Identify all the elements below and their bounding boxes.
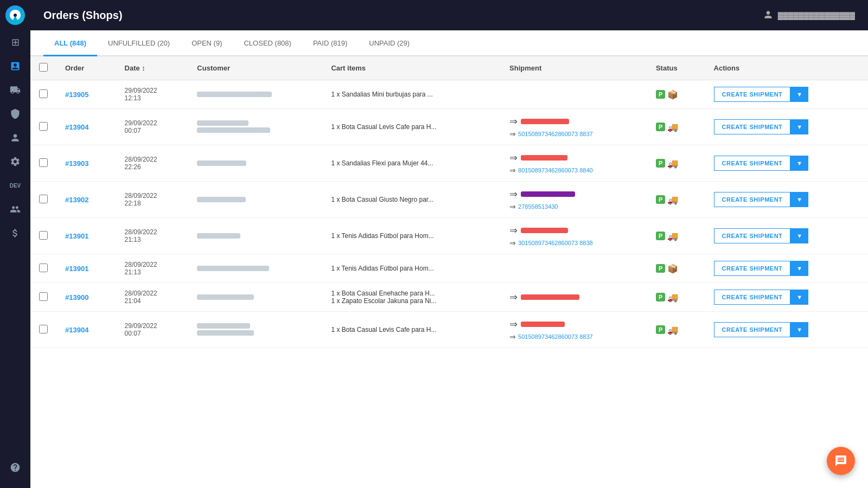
actions-cell: CREATE SHIPMENT ▼ bbox=[714, 261, 859, 276]
create-shipment-button[interactable]: CREATE SHIPMENT bbox=[714, 322, 791, 337]
shipment-cell: ⇒ ⇒ 801508973462860073 8840 bbox=[509, 152, 639, 175]
orders-icon[interactable] bbox=[0, 54, 30, 78]
svg-point-0 bbox=[14, 14, 17, 17]
actions-cell: CREATE SHIPMENT ▼ bbox=[714, 290, 859, 305]
status-icon2: 🚚 bbox=[667, 231, 678, 241]
create-shipment-button[interactable]: CREATE SHIPMENT bbox=[714, 87, 791, 102]
cart-item-text: 1 x Bota Casual Enehache para H... bbox=[331, 290, 492, 297]
table-header: Order Date ↕ Customer Cart items Shipmen… bbox=[30, 56, 868, 80]
tab-unpaid[interactable]: UNPAID (29) bbox=[358, 30, 420, 56]
date-cell: 28/09/202221:04 bbox=[125, 290, 180, 305]
shipment-number: 278558513430 bbox=[518, 203, 558, 210]
tab-all[interactable]: ALL (848) bbox=[43, 30, 97, 56]
create-shipment-dropdown[interactable]: ▼ bbox=[790, 322, 808, 337]
order-link[interactable]: #13902 bbox=[65, 196, 88, 204]
create-shipment-button[interactable]: CREATE SHIPMENT bbox=[714, 119, 791, 134]
cart-item-text: 1 x Sandalias Flexi para Mujer 44... bbox=[331, 159, 492, 167]
status-paid-badge: P bbox=[656, 195, 665, 204]
row-checkbox[interactable] bbox=[39, 231, 48, 240]
page-title: Orders (Shops) bbox=[43, 9, 123, 22]
main-area: Orders (Shops) ▓▓▓▓▓▓▓▓▓▓▓▓▓▓▓ ALL (848)… bbox=[30, 0, 868, 488]
select-all-checkbox[interactable] bbox=[39, 63, 48, 72]
status-paid-badge: P bbox=[656, 293, 665, 301]
chat-button[interactable] bbox=[827, 447, 855, 475]
create-shipment-dropdown[interactable]: ▼ bbox=[790, 156, 808, 171]
order-link[interactable]: #13905 bbox=[65, 91, 88, 99]
row-checkbox[interactable] bbox=[39, 325, 48, 333]
create-shipment-dropdown[interactable]: ▼ bbox=[790, 87, 808, 102]
tab-closed[interactable]: CLOSED (808) bbox=[233, 30, 302, 56]
row-checkbox[interactable] bbox=[39, 195, 48, 203]
cart-item-text: 1 x Zapato Escolar Jakuna para Ni... bbox=[331, 297, 492, 305]
table-row: #1390128/09/202221:131 x Tenis Adidas Fú… bbox=[30, 254, 868, 283]
date-cell: 29/09/202212:13 bbox=[125, 87, 180, 102]
customer-blurred bbox=[197, 266, 269, 271]
col-status: Status bbox=[647, 56, 705, 80]
shipment-cell: ⇒ ⇒ 501508973462860073 8837 bbox=[509, 115, 639, 138]
table-row: #1390328/09/202222:261 x Sandalias Flexi… bbox=[30, 145, 868, 182]
customer-blurred bbox=[197, 92, 272, 97]
sidebar: ⊞ DEV bbox=[0, 0, 30, 488]
order-link[interactable]: #13903 bbox=[65, 159, 88, 168]
billing-icon[interactable] bbox=[0, 221, 30, 245]
shipping-icon[interactable] bbox=[0, 78, 30, 102]
tab-unfulfilled[interactable]: UNFULFILLED (20) bbox=[97, 30, 181, 56]
actions-cell: CREATE SHIPMENT ▼ bbox=[714, 192, 859, 207]
create-shipment-button[interactable]: CREATE SHIPMENT bbox=[714, 156, 791, 171]
order-link[interactable]: #13900 bbox=[65, 293, 88, 301]
dev-icon[interactable]: DEV bbox=[0, 174, 30, 197]
contacts-icon[interactable] bbox=[0, 126, 30, 150]
status-cell: P 📦 bbox=[656, 264, 697, 274]
tab-paid[interactable]: PAID (819) bbox=[302, 30, 358, 56]
status-cell: P 🚚 bbox=[656, 158, 697, 169]
status-icon2: 🚚 bbox=[667, 122, 678, 132]
create-shipment-dropdown[interactable]: ▼ bbox=[790, 192, 808, 207]
logo[interactable] bbox=[0, 0, 30, 30]
topbar: Orders (Shops) ▓▓▓▓▓▓▓▓▓▓▓▓▓▓▓ bbox=[30, 0, 868, 30]
cart-item-text: 1 x Sandalias Mini burbujas para ... bbox=[331, 91, 492, 98]
customer-blurred bbox=[197, 127, 270, 133]
status-icon2: 🚚 bbox=[667, 158, 678, 169]
row-checkbox[interactable] bbox=[39, 122, 48, 131]
tab-open[interactable]: OPEN (9) bbox=[181, 30, 233, 56]
table-row: #1390429/09/202200:071 x Bota Casual Lev… bbox=[30, 109, 868, 145]
create-shipment-dropdown[interactable]: ▼ bbox=[790, 290, 808, 305]
order-link[interactable]: #13904 bbox=[65, 123, 88, 131]
cart-item-text: 1 x Bota Casual Levis Cafe para H... bbox=[331, 326, 492, 333]
date-cell: 28/09/202221:13 bbox=[125, 261, 180, 276]
order-link[interactable]: #13904 bbox=[65, 326, 88, 334]
security-icon[interactable] bbox=[0, 102, 30, 126]
status-paid-badge: P bbox=[656, 90, 665, 99]
order-link[interactable]: #13901 bbox=[65, 265, 88, 273]
actions-cell: CREATE SHIPMENT ▼ bbox=[714, 156, 859, 171]
dashboard-icon[interactable]: ⊞ bbox=[0, 30, 30, 54]
row-checkbox[interactable] bbox=[39, 89, 48, 98]
create-shipment-button[interactable]: CREATE SHIPMENT bbox=[714, 261, 791, 276]
row-checkbox[interactable] bbox=[39, 158, 48, 167]
table-row: #1390128/09/202221:131 x Tenis Adidas Fú… bbox=[30, 218, 868, 254]
order-link[interactable]: #13901 bbox=[65, 232, 88, 240]
create-shipment-dropdown[interactable]: ▼ bbox=[790, 261, 808, 276]
shipment-number: 801508973462860073 8840 bbox=[518, 167, 593, 174]
status-icon2: 🚚 bbox=[667, 195, 678, 205]
content-area: ALL (848) UNFULFILLED (20) OPEN (9) CLOS… bbox=[30, 30, 868, 488]
create-shipment-button[interactable]: CREATE SHIPMENT bbox=[714, 192, 791, 207]
logo-mark bbox=[5, 5, 25, 25]
row-checkbox[interactable] bbox=[39, 264, 48, 272]
shipment-cell: ⇒ bbox=[509, 291, 639, 303]
status-paid-badge: P bbox=[656, 325, 665, 334]
create-shipment-dropdown[interactable]: ▼ bbox=[790, 119, 808, 134]
sidebar-bottom bbox=[0, 455, 30, 488]
settings-icon[interactable] bbox=[0, 150, 30, 174]
status-cell: P 🚚 bbox=[656, 122, 697, 132]
user-menu[interactable]: ▓▓▓▓▓▓▓▓▓▓▓▓▓▓▓ bbox=[763, 9, 855, 22]
create-shipment-button[interactable]: CREATE SHIPMENT bbox=[714, 290, 791, 305]
team-icon[interactable] bbox=[0, 197, 30, 221]
create-shipment-button[interactable]: CREATE SHIPMENT bbox=[714, 228, 791, 243]
row-checkbox[interactable] bbox=[39, 292, 48, 301]
tabs-bar: ALL (848) UNFULFILLED (20) OPEN (9) CLOS… bbox=[30, 30, 868, 56]
create-shipment-dropdown[interactable]: ▼ bbox=[790, 228, 808, 243]
help-icon[interactable] bbox=[0, 455, 30, 479]
col-date[interactable]: Date ↕ bbox=[116, 56, 189, 80]
col-order: Order bbox=[56, 56, 116, 80]
